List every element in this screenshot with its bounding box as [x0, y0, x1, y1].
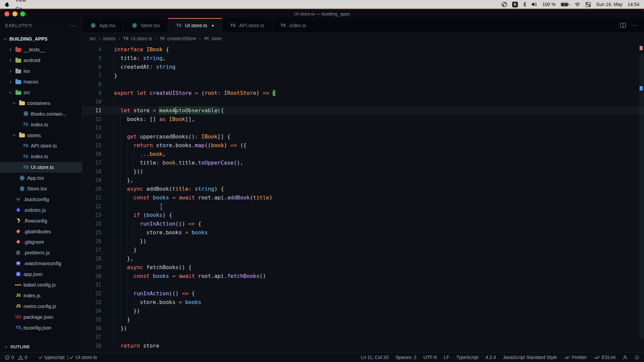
code-line-36[interactable]: 36 }): [82, 324, 644, 333]
status-text-sun-16-may[interactable]: Sun 16. May: [596, 2, 623, 7]
tree-item-flowconfig[interactable]: .flowconfig: [0, 215, 82, 226]
code-line-16[interactable]: 16 ...book,: [82, 150, 644, 159]
code-line-5[interactable]: 5 title: string,: [82, 54, 644, 63]
code-line-21[interactable]: 21 const books = await root.api.addBook(…: [82, 193, 644, 202]
status-spaces-2[interactable]: Spaces: 2: [395, 355, 416, 360]
menu-run[interactable]: Run: [12, 13, 39, 22]
tree-item-index-js[interactable]: JSindex.js: [0, 290, 82, 301]
tree-item-babel-config-js[interactable]: BABELbabel.config.js: [0, 280, 82, 290]
tree-item-app-tsx[interactable]: App.tsx: [0, 173, 82, 183]
explorer-more-actions-button[interactable]: ···: [70, 22, 76, 29]
tree-item-buckconfig[interactable]: .buckconfig: [0, 194, 82, 204]
code-line-20[interactable]: 20 async addBook(title: string) {: [82, 185, 644, 193]
code-line-14[interactable]: 14 get uppercasedBooks(): IBook[] {: [82, 132, 644, 141]
menu-window[interactable]: Window: [12, 31, 39, 39]
code-line-19[interactable]: 19 },: [82, 176, 644, 185]
breadcrumb-ui-store-ts[interactable]: TSUI.store.ts: [123, 36, 152, 42]
code-line-28[interactable]: 28 },: [82, 254, 644, 263]
breadcrumb-createuistore[interactable]: createUIStore: [159, 36, 196, 42]
breadcrumb-stores[interactable]: stores: [103, 36, 116, 41]
modified-dot-icon[interactable]: ●: [212, 23, 214, 28]
apple-logo-icon[interactable]: [5, 2, 10, 7]
code-line-29[interactable]: 29 async fetchBooks() {: [82, 263, 644, 272]
menu-help[interactable]: Help: [12, 39, 39, 48]
code-line-12[interactable]: 12 books: [] as IBook[],: [82, 115, 644, 124]
tree-item-store-tsx[interactable]: Store.tsx: [0, 183, 82, 194]
status-obs-icon[interactable]: [501, 2, 507, 7]
tree-item-src[interactable]: src: [0, 87, 82, 98]
tab-index-ts[interactable]: TSindex.ts: [272, 18, 314, 33]
tree-item-tsconfig-json[interactable]: TStsconfig.json: [0, 322, 82, 333]
menu-view[interactable]: View: [12, 0, 39, 4]
status-battery-icon[interactable]: [560, 2, 570, 7]
breadcrumb-store[interactable]: store: [203, 36, 222, 42]
tree-item-metro-config-js[interactable]: JSmetro.config.js: [0, 301, 82, 311]
status-javascript-standard-style[interactable]: JavaScript Standard Style: [503, 355, 557, 360]
status-bluetooth-icon[interactable]: [523, 2, 526, 7]
code-line-38[interactable]: 38 return store: [82, 342, 644, 350]
status-lf[interactable]: LF: [444, 355, 449, 360]
code-line-26[interactable]: 26 }): [82, 237, 644, 246]
code-line-11[interactable]: 11 let store = makeAutoObservable({: [82, 106, 644, 115]
more-actions-icon[interactable]: ···: [631, 22, 638, 29]
tree-item-ios[interactable]: ios: [0, 66, 82, 76]
code-line-9[interactable]: 9export let createUIStore = (root: IRoot…: [82, 89, 644, 98]
tree-item-eslintrc-js[interactable]: .eslintrc.js: [0, 204, 82, 215]
tree-item-index-ts[interactable]: TSindex.ts: [0, 151, 82, 162]
tab-api-store-ts[interactable]: TSAPI.store.ts: [222, 18, 272, 33]
breadcrumb-src[interactable]: src: [90, 36, 96, 41]
code-line-13[interactable]: 13: [82, 124, 644, 132]
status-4-2-4[interactable]: 4.2.4: [485, 355, 496, 360]
code-line-24[interactable]: 24 runInAction(() => {: [82, 220, 644, 228]
code-line-15[interactable]: 15 return store.books.map((book) => ({: [82, 141, 644, 150]
code-line-23[interactable]: 23 if (books) {: [82, 211, 644, 220]
tree-item-api-store-ts[interactable]: TSAPI.store.ts: [0, 140, 82, 151]
code-line-37[interactable]: 37: [82, 333, 644, 342]
menu-terminal[interactable]: Terminal: [12, 22, 39, 31]
code-line-39[interactable]: 39}: [82, 350, 644, 352]
status-circle-slash-0[interactable]: 0: [5, 355, 14, 360]
code-line-32[interactable]: 32 runInAction(() => {: [82, 289, 644, 298]
split-editor-icon[interactable]: [620, 23, 626, 28]
status-bell[interactable]: [635, 355, 639, 360]
tree-item-watchmanconfig[interactable]: .watchmanconfig: [0, 258, 82, 269]
tree-item-books-contain[interactable]: Books.contain...: [0, 108, 82, 119]
window-titlebar[interactable]: UI.store.ts — building_apps: [0, 10, 644, 18]
tree-item-ui-store-ts[interactable]: TSUI.store.ts: [0, 162, 82, 173]
code-line-4[interactable]: 4interface IBook {: [82, 45, 644, 54]
outline-section-header[interactable]: OUTLINE: [0, 341, 82, 352]
status-typescript[interactable]: TypeScript: [456, 355, 478, 360]
status-control-center-icon[interactable]: [585, 2, 591, 7]
status-ln-11-col-20[interactable]: Ln 11, Col 20: [361, 355, 388, 360]
code-line-35[interactable]: 35 }: [82, 315, 644, 324]
tree-item-package-json[interactable]: npmpackage.json: [0, 311, 82, 322]
tab-app-tsx[interactable]: App.tsx: [82, 18, 123, 33]
tree-item-prettierrc-js[interactable]: .prettierrc.js: [0, 247, 82, 258]
code-line-6[interactable]: 6 createdAt: string: [82, 63, 644, 71]
tree-item-stores[interactable]: stores: [0, 130, 82, 140]
status-wifi-icon[interactable]: [575, 2, 580, 7]
tree-item-index-ts[interactable]: TSindex.ts: [0, 119, 82, 130]
code-line-18[interactable]: 18 })): [82, 167, 644, 176]
tree-item-gitattributes[interactable]: .gitattributes: [0, 226, 82, 237]
menu-go[interactable]: Go: [12, 4, 39, 13]
status-warning-0[interactable]: 0: [18, 355, 28, 360]
code-line-17[interactable]: 17 title: book.title.toUpperCase(),: [82, 159, 644, 167]
status-feedback[interactable]: [623, 355, 628, 360]
tree-item-containers[interactable]: containers: [0, 98, 82, 108]
tab-ui-store-ts[interactable]: TSUI.store.ts●: [168, 18, 222, 33]
code-line-30[interactable]: 30 const books = await root.api.fetchBoo…: [82, 272, 644, 281]
code-line-34[interactable]: 34 }): [82, 307, 644, 315]
code-line-22[interactable]: 22: [82, 202, 644, 211]
status-keyboard-input-icon[interactable]: ⌘: [512, 2, 518, 7]
status-double-check-eslint[interactable]: ESLint: [594, 355, 615, 360]
code-line-31[interactable]: 31: [82, 281, 644, 289]
status-check-ui-store-ts[interactable]: UI.store.ts: [69, 355, 97, 360]
close-window-button[interactable]: [4, 11, 9, 16]
tree-item-app-json[interactable]: app.json: [0, 269, 82, 280]
status-double-check-prettier[interactable]: Prettier: [564, 355, 587, 360]
code-line-7[interactable]: 7}: [82, 71, 644, 80]
code-line-33[interactable]: 33 store.books = books: [82, 298, 644, 307]
status-text-100[interactable]: 100 %: [542, 2, 556, 7]
status-check-typescript[interactable]: typescript: [38, 355, 65, 360]
